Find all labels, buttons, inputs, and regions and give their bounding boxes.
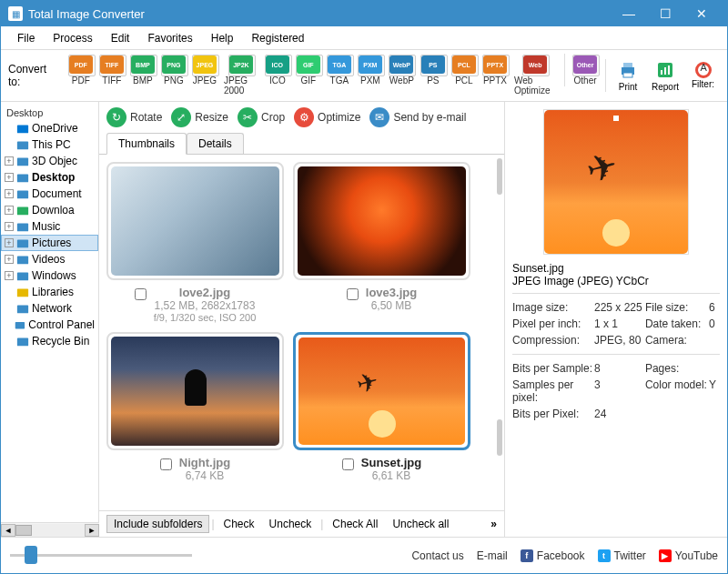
format-ico[interactable]: ICOICO: [263, 54, 292, 97]
tab-details[interactable]: Details: [187, 133, 244, 155]
tree-item-document[interactable]: +Document: [1, 186, 98, 202]
facebook-link[interactable]: fFacebook: [521, 549, 585, 562]
format-ps[interactable]: PSPS: [419, 54, 448, 97]
expand-icon[interactable]: +: [5, 156, 14, 166]
tree-item-downloa[interactable]: +Downloa: [1, 202, 98, 218]
format-pxm[interactable]: PXMPXM: [356, 54, 385, 97]
folder-icon: [16, 122, 29, 135]
more-chevron-icon[interactable]: »: [490, 518, 497, 530]
menu-favorites[interactable]: Favorites: [140, 29, 199, 47]
check-all-button[interactable]: Check All: [325, 515, 385, 533]
menu-file[interactable]: File: [10, 29, 42, 47]
format-jpeg2000[interactable]: JP2KJPEG 2000: [221, 54, 261, 97]
scrollbar-thumb[interactable]: [497, 419, 502, 456]
zoom-slider[interactable]: [10, 554, 192, 557]
optimize-button[interactable]: ⚙Optimize: [294, 107, 360, 127]
expand-icon[interactable]: +: [5, 271, 14, 280]
format-bmp[interactable]: BMPBMP: [128, 54, 157, 97]
tree-item-thispc[interactable]: This PC: [1, 136, 98, 153]
resize-button[interactable]: ⤢Resize: [171, 107, 228, 127]
thumbnail-item[interactable]: love3.jpg 6,50 MB: [293, 162, 470, 323]
thumbnail-checkbox[interactable]: [160, 458, 172, 470]
format-png[interactable]: PNGPNG: [159, 54, 188, 97]
report-icon: [654, 59, 676, 81]
format-weboptimize[interactable]: WebWeb Optimize: [511, 54, 559, 97]
thumbnails-grid[interactable]: love2.jpg 1,52 MB, 2682x1783 f/9, 1/320 …: [99, 154, 504, 510]
format-pptx[interactable]: PPTXPPTX: [480, 54, 510, 97]
maximize-button[interactable]: ☐: [647, 1, 683, 26]
thumbnail-frame: [293, 162, 470, 280]
tree-item-recyclebin[interactable]: Recycle Bin: [1, 333, 98, 349]
close-button[interactable]: ✕: [683, 1, 720, 26]
thumbnail-size: 6,61 KB: [361, 469, 421, 482]
youtube-link[interactable]: ▶YouTube: [659, 549, 718, 562]
thumbnail-filename: love2.jpg: [154, 286, 257, 299]
tree-item-3dobjec[interactable]: +3D Objec: [1, 153, 98, 169]
thumbnail-item[interactable]: Sunset.jpg 6,61 KB: [293, 332, 470, 482]
filter-button[interactable]: A Filter:: [686, 60, 720, 91]
scroll-left-arrow[interactable]: ◄: [1, 524, 15, 537]
format-label: PPTX: [483, 76, 507, 86]
tree-item-onedrive[interactable]: OneDrive: [1, 120, 98, 136]
tree-item-controlpanel[interactable]: Control Panel: [1, 317, 98, 333]
menu-edit[interactable]: Edit: [104, 29, 137, 47]
menu-registered[interactable]: Registered: [244, 29, 311, 47]
format-pcl[interactable]: PCLPCL: [450, 54, 479, 97]
scrollbar-thumb[interactable]: [497, 158, 502, 195]
tab-thumbnails[interactable]: Thumbnails: [106, 133, 187, 155]
tree-label: Downloa: [32, 204, 75, 217]
check-button[interactable]: Check: [217, 515, 262, 533]
format-tiff[interactable]: TIFFTIFF: [97, 54, 126, 97]
include-subfolders-toggle[interactable]: Include subfolders: [106, 515, 209, 533]
contact-link[interactable]: Contact us: [411, 549, 463, 562]
sidebar-hscroll[interactable]: ◄ ►: [1, 522, 99, 537]
format-other[interactable]: OtherOther: [571, 54, 600, 97]
format-badge-icon: PDF: [69, 55, 93, 74]
uncheck-button[interactable]: Uncheck: [262, 515, 319, 533]
folder-tree[interactable]: Desktop OneDriveThis PC+3D Objec+Desktop…: [1, 102, 99, 522]
svg-rect-17: [17, 289, 28, 297]
tree-item-libraries[interactable]: Libraries: [1, 284, 98, 300]
thumbnail-checkbox[interactable]: [135, 288, 147, 300]
folder-icon: [16, 187, 29, 200]
expand-icon[interactable]: +: [5, 206, 14, 215]
svg-rect-16: [17, 273, 28, 281]
format-webp[interactable]: WebPWebP: [387, 54, 417, 97]
thumbnail-checkbox[interactable]: [342, 458, 354, 470]
email-icon: ✉: [369, 107, 389, 127]
tree-item-desktop[interactable]: +Desktop: [1, 169, 98, 186]
tree-item-network[interactable]: Network: [1, 300, 98, 317]
thumbnail-item[interactable]: love2.jpg 1,52 MB, 2682x1783 f/9, 1/320 …: [106, 162, 284, 323]
crop-button[interactable]: ✂Crop: [238, 107, 285, 127]
format-jpeg[interactable]: JPEGJPEG: [190, 54, 219, 97]
thumbnail-item[interactable]: Night.jpg 6,74 KB: [106, 332, 284, 482]
minimize-button[interactable]: —: [611, 1, 647, 26]
app-icon: ▦: [8, 6, 23, 21]
tree-item-videos[interactable]: +Videos: [1, 251, 98, 267]
rotate-button[interactable]: ↻Rotate: [106, 107, 162, 127]
tree-item-pictures[interactable]: +Pictures: [1, 235, 98, 251]
report-button[interactable]: Report: [646, 57, 684, 94]
expand-icon[interactable]: +: [5, 255, 14, 264]
print-button[interactable]: Print: [612, 57, 644, 94]
slider-thumb[interactable]: [25, 546, 37, 564]
tree-item-windows[interactable]: +Windows: [1, 267, 98, 284]
twitter-link[interactable]: tTwitter: [598, 549, 646, 562]
info-value: Y: [709, 378, 716, 404]
email-link[interactable]: E-mail: [477, 549, 508, 562]
menu-process[interactable]: Process: [46, 29, 99, 47]
uncheck-all-button[interactable]: Uncheck all: [385, 515, 456, 533]
menu-help[interactable]: Help: [204, 29, 241, 47]
scroll-right-arrow[interactable]: ►: [85, 524, 99, 537]
expand-icon[interactable]: +: [5, 173, 14, 182]
expand-icon[interactable]: +: [5, 189, 14, 198]
tree-item-music[interactable]: +Music: [1, 218, 98, 235]
format-tga[interactable]: TGATGA: [325, 54, 354, 97]
expand-icon[interactable]: +: [5, 238, 14, 247]
format-pdf[interactable]: PDFPDF: [66, 54, 96, 97]
send-email-button[interactable]: ✉Send by e-mail: [369, 107, 466, 127]
folder-icon: [15, 318, 25, 331]
thumbnail-checkbox[interactable]: [347, 288, 359, 300]
format-gif[interactable]: GIFGIF: [294, 54, 323, 97]
expand-icon[interactable]: +: [5, 222, 14, 231]
